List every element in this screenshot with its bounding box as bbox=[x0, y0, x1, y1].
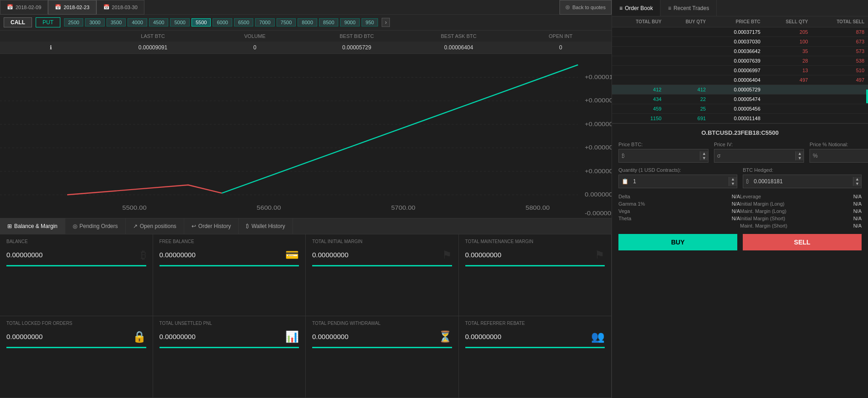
market-value-1: 0.00009091 bbox=[102, 43, 204, 52]
quantity-icon: 📋 bbox=[619, 178, 631, 185]
balance-title-7: TOTAL REFERRER REBATE bbox=[465, 321, 605, 326]
strike-price-5000[interactable]: 5000 bbox=[170, 18, 189, 27]
quantity-down[interactable]: ▼ bbox=[729, 181, 737, 186]
strike-price-8500[interactable]: 8500 bbox=[319, 18, 338, 27]
strike-price-2500[interactable]: 2500 bbox=[64, 18, 83, 27]
bottom-tab-3[interactable]: ↩Order History bbox=[184, 218, 239, 234]
ob-cell: 205 bbox=[764, 27, 812, 37]
strike-price-4000[interactable]: 4000 bbox=[128, 18, 147, 27]
order-form: O.BTCUSD.23FEB18:C5500 Price BTC: ₿ ▲ ▼ … bbox=[612, 123, 868, 398]
ob-cell: 412 bbox=[665, 85, 709, 95]
btc-hedged-input[interactable] bbox=[752, 178, 853, 185]
balance-icon-6: ⏳ bbox=[438, 330, 452, 343]
price-iv-label: Price IV: bbox=[714, 142, 804, 147]
strike-arrow-right[interactable]: › bbox=[382, 18, 390, 27]
price-btc-up[interactable]: ▲ bbox=[700, 151, 708, 156]
percent-icon: % bbox=[810, 153, 820, 159]
put-button[interactable]: PUT bbox=[36, 17, 60, 27]
back-to-quotes-button[interactable]: ◎ Back to quotes bbox=[559, 0, 612, 15]
strike-price-8000[interactable]: 8000 bbox=[298, 18, 317, 27]
market-value-0[interactable]: ℹ bbox=[0, 43, 102, 52]
balance-bar-1 bbox=[160, 265, 299, 266]
greek-label: Theta bbox=[618, 216, 631, 221]
ob-cell: 0.00006997 bbox=[709, 66, 764, 75]
ob-cell: 25 bbox=[665, 104, 709, 114]
call-button[interactable]: CALL bbox=[4, 17, 32, 27]
balance-card-4: TOTAL LOCKED FOR ORDERS 0.00000000 🔒 bbox=[0, 316, 153, 398]
balance-value-row-6: 0.00000000 ⏳ bbox=[312, 330, 452, 343]
ob-cell bbox=[764, 104, 812, 114]
bottom-tab-1[interactable]: ◎Pending Orders bbox=[65, 218, 126, 234]
price-btc-down[interactable]: ▼ bbox=[700, 156, 708, 160]
sell-button[interactable]: SELL bbox=[743, 234, 862, 250]
chart-svg: +0.00001000 +0.00000800 +0.00000600 +0.0… bbox=[0, 54, 612, 218]
btc-hedged-down[interactable]: ▼ bbox=[853, 181, 861, 186]
market-header: BEST ASK BTC bbox=[408, 32, 510, 40]
price-notional-input[interactable] bbox=[820, 153, 868, 159]
bottom-tab-label-0: Balance & Margin bbox=[14, 223, 58, 229]
date-tab-1[interactable]: 📅 2018-02-23 bbox=[48, 0, 96, 15]
market-header: BEST BID BTC bbox=[306, 32, 408, 40]
balance-card-1: FREE BALANCE 0.00000000 💳 bbox=[153, 234, 306, 316]
balance-icon-3: ⚑ bbox=[595, 249, 605, 261]
strike-price-6000[interactable]: 6000 bbox=[213, 18, 232, 27]
right-tab-0[interactable]: ≡Order Book bbox=[612, 0, 660, 16]
balance-card-0: BALANCE 0.00000000 ₿ bbox=[0, 234, 153, 316]
price-btc-input-wrap[interactable]: ₿ ▲ ▼ bbox=[618, 149, 708, 163]
balance-bar-2 bbox=[312, 265, 452, 266]
balance-bar-7 bbox=[465, 347, 605, 348]
price-btc-input[interactable] bbox=[628, 153, 700, 159]
svg-text:0.00000000: 0.00000000 bbox=[585, 191, 612, 197]
strike-price-7500[interactable]: 7500 bbox=[277, 18, 296, 27]
date-tab-2[interactable]: 📅 2018-03-30 bbox=[96, 0, 144, 15]
btc-hedged-up[interactable]: ▲ bbox=[853, 177, 861, 181]
ob-cell bbox=[764, 95, 812, 104]
strike-price-950[interactable]: 950 bbox=[362, 18, 378, 27]
leverage-row: LeverageN/A bbox=[740, 193, 862, 200]
bottom-tab-2[interactable]: ↗Open positions bbox=[126, 218, 184, 234]
strike-price-4500[interactable]: 4500 bbox=[149, 18, 168, 27]
right-tab-1[interactable]: ≡Recent Trades bbox=[660, 0, 717, 16]
price-iv-down[interactable]: ▼ bbox=[796, 156, 804, 160]
buy-button[interactable]: BUY bbox=[618, 234, 737, 250]
action-buttons: BUY SELL bbox=[618, 234, 862, 250]
btc-hedged-input-wrap[interactable]: ₿ ▲ ▼ bbox=[743, 175, 862, 188]
date-tab-0[interactable]: 📅 2018-02-09 bbox=[0, 0, 48, 15]
strike-price-3500[interactable]: 3500 bbox=[107, 18, 126, 27]
ob-cell bbox=[612, 66, 665, 75]
price-iv-input[interactable] bbox=[723, 153, 795, 159]
strike-price-7000[interactable]: 7000 bbox=[255, 18, 274, 27]
ob-cell: 13 bbox=[764, 66, 812, 75]
price-iv-up[interactable]: ▲ bbox=[796, 151, 804, 156]
bottom-tab-icon-3: ↩ bbox=[192, 223, 196, 229]
market-header: LAST BTC bbox=[102, 32, 204, 40]
ob-cell: 0.00005474 bbox=[709, 95, 764, 104]
greek-row: VegaN/A bbox=[618, 207, 740, 215]
ob-cell: 0.00037030 bbox=[709, 37, 764, 47]
strike-price-5500[interactable]: 5500 bbox=[192, 18, 211, 27]
quantity-input-wrap[interactable]: 📋 ▲ ▼ bbox=[618, 175, 737, 188]
svg-text:-0.00000200: -0.00000200 bbox=[585, 210, 612, 216]
balance-icon-5: 📊 bbox=[285, 330, 299, 343]
greek-value: N/A bbox=[732, 208, 740, 214]
price-iv-input-wrap[interactable]: σ ▲ ▼ bbox=[714, 149, 804, 163]
order-book-row-1: 0.00037030100673 bbox=[612, 37, 868, 47]
bottom-tab-0[interactable]: ⊞Balance & Margin bbox=[0, 218, 65, 234]
price-notional-input-wrap[interactable]: % ▲ ▼ bbox=[809, 149, 868, 163]
order-book-container[interactable]: TOTAL BUYBUY QTYPRICE BTCSELL QTYTOTAL S… bbox=[612, 16, 868, 123]
strike-price-3000[interactable]: 3000 bbox=[85, 18, 104, 27]
strike-price-6500[interactable]: 6500 bbox=[234, 18, 253, 27]
bottom-tab-4[interactable]: ₿Wallet History bbox=[239, 218, 293, 234]
price-iv-group: Price IV: σ ▲ ▼ bbox=[714, 142, 804, 163]
quantity-up[interactable]: ▲ bbox=[729, 177, 737, 181]
balance-title-6: TOTAL PENDING WITHDRAWAL bbox=[312, 321, 452, 326]
balance-title-3: TOTAL MAINTENANCE MARGIN bbox=[465, 239, 605, 244]
quantity-input[interactable] bbox=[631, 178, 729, 185]
svg-text:+0.00001000: +0.00001000 bbox=[585, 74, 612, 80]
market-header: VOLUME bbox=[204, 32, 306, 40]
price-notional-label: Price % Notional: bbox=[809, 142, 868, 147]
strike-price-9000[interactable]: 9000 bbox=[340, 18, 359, 27]
balance-value-2: 0.00000000 bbox=[312, 251, 348, 259]
balance-value-0: 0.00000000 bbox=[6, 251, 43, 259]
svg-text:+0.00000800: +0.00000800 bbox=[585, 98, 612, 104]
